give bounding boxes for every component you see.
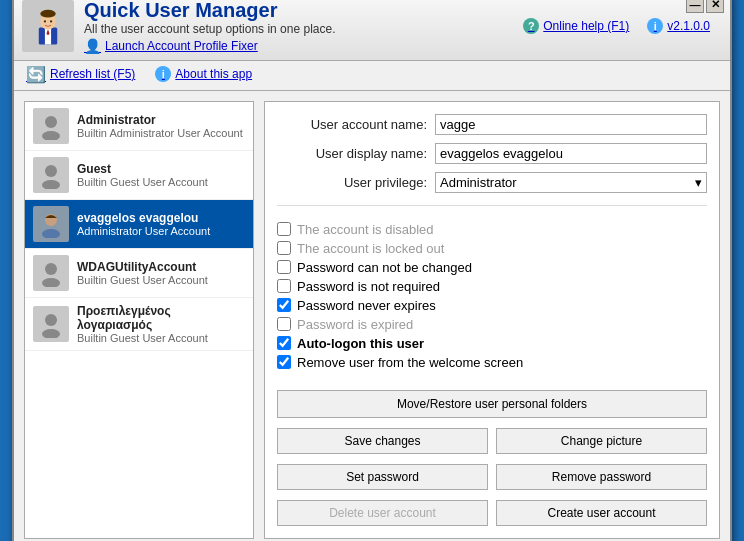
avatar-wdag xyxy=(33,255,69,291)
title-bar: Quick User Manager All the user account … xyxy=(14,0,730,61)
user-item-administrator[interactable]: Administrator Builtin Administrator User… xyxy=(25,102,253,151)
checkbox-remove-welcome-label: Remove user from the welcome screen xyxy=(297,355,523,370)
svg-point-4 xyxy=(40,10,55,18)
help-icon: ? xyxy=(523,18,539,34)
checkbox-account-locked-input[interactable] xyxy=(277,241,291,255)
svg-point-10 xyxy=(42,180,60,189)
app-subtitle: All the user account setup options in on… xyxy=(84,22,511,36)
checkbox-account-disabled: The account is disabled xyxy=(277,220,707,239)
checkbox-account-disabled-label: The account is disabled xyxy=(297,222,434,237)
svg-point-13 xyxy=(45,263,57,275)
window-controls: — ✕ xyxy=(686,0,724,13)
toolbar: 🔄 Refresh list (F5) i About this app xyxy=(14,61,730,91)
app-title: Quick User Manager xyxy=(84,0,511,22)
user-list: Administrator Builtin Administrator User… xyxy=(24,101,254,539)
checkbox-remove-welcome: Remove user from the welcome screen xyxy=(277,353,707,372)
svg-point-15 xyxy=(45,314,57,326)
svg-point-9 xyxy=(45,165,57,177)
checkbox-password-no-change: Password can not be changed xyxy=(277,258,707,277)
checkbox-account-disabled-input[interactable] xyxy=(277,222,291,236)
avatar-guest xyxy=(33,157,69,193)
checkbox-password-not-required-label: Password is not required xyxy=(297,279,440,294)
checkbox-password-no-change-label: Password can not be changed xyxy=(297,260,472,275)
account-name-row: User account name: xyxy=(277,114,707,135)
svg-point-8 xyxy=(42,131,60,140)
display-name-input[interactable] xyxy=(435,143,707,164)
display-name-label: User display name: xyxy=(277,146,427,161)
checkbox-auto-logon-label: Auto-logon this user xyxy=(297,336,424,351)
online-help-link[interactable]: ? Online help (F1) xyxy=(523,18,629,34)
user-item-default[interactable]: Προεπιλεγμένος λογαριασμός Builtin Guest… xyxy=(25,298,253,351)
checkbox-password-not-required-input[interactable] xyxy=(277,279,291,293)
main-window: Quick User Manager All the user account … xyxy=(12,0,732,541)
about-icon: i xyxy=(155,66,171,82)
checkbox-password-expired: Password is expired xyxy=(277,315,707,334)
privilege-value: Administrator xyxy=(440,175,517,190)
user-item-wdag[interactable]: WDAGUtilityAccount Builtin Guest User Ac… xyxy=(25,249,253,298)
account-name-label: User account name: xyxy=(277,117,427,132)
create-account-button[interactable]: Create user account xyxy=(496,500,707,526)
user-info-administrator: Administrator Builtin Administrator User… xyxy=(77,113,245,139)
svg-point-6 xyxy=(50,20,52,22)
right-panel: User account name: User display name: Us… xyxy=(264,101,720,539)
chevron-down-icon: ▾ xyxy=(695,175,702,190)
launch-icon: 👤 xyxy=(84,38,101,54)
change-picture-button[interactable]: Change picture xyxy=(496,428,707,454)
checkbox-auto-logon: Auto-logon this user xyxy=(277,334,707,353)
svg-point-16 xyxy=(42,329,60,338)
account-name-input[interactable] xyxy=(435,114,707,135)
move-restore-button[interactable]: Move/Restore user personal folders xyxy=(277,390,707,418)
checkbox-password-no-change-input[interactable] xyxy=(277,260,291,274)
checkbox-password-never-expires: Password never expires xyxy=(277,296,707,315)
svg-point-5 xyxy=(44,20,46,22)
checkbox-auto-logon-input[interactable] xyxy=(277,336,291,350)
checkbox-password-not-required: Password is not required xyxy=(277,277,707,296)
checkbox-account-locked: The account is locked out xyxy=(277,239,707,258)
user-item-evaggelos[interactable]: evaggelos evaggelou Administrator User A… xyxy=(25,200,253,249)
checkbox-password-expired-input[interactable] xyxy=(277,317,291,331)
display-name-row: User display name: xyxy=(277,143,707,164)
checkbox-password-expired-label: Password is expired xyxy=(297,317,413,332)
remove-password-button[interactable]: Remove password xyxy=(496,464,707,490)
close-button[interactable]: ✕ xyxy=(706,0,724,13)
app-logo xyxy=(22,0,74,52)
minimize-button[interactable]: — xyxy=(686,0,704,13)
title-links: ? Online help (F1) i v2.1.0.0 xyxy=(511,18,722,34)
save-changes-button[interactable]: Save changes xyxy=(277,428,488,454)
svg-point-7 xyxy=(45,116,57,128)
avatar-administrator xyxy=(33,108,69,144)
user-info-default: Προεπιλεγμένος λογαριασμός Builtin Guest… xyxy=(77,304,245,344)
btn-row-2: Set password Remove password xyxy=(277,464,707,490)
launch-link[interactable]: 👤 Launch Account Profile Fixer xyxy=(84,38,511,54)
privilege-label: User privilege: xyxy=(277,175,427,190)
version-link[interactable]: i v2.1.0.0 xyxy=(647,18,710,34)
checkbox-password-never-expires-label: Password never expires xyxy=(297,298,436,313)
btn-row-1: Save changes Change picture xyxy=(277,428,707,454)
svg-point-12 xyxy=(42,229,60,238)
checkbox-account-locked-label: The account is locked out xyxy=(297,241,444,256)
main-content: Administrator Builtin Administrator User… xyxy=(14,91,730,542)
info-icon: i xyxy=(647,18,663,34)
checkbox-remove-welcome-input[interactable] xyxy=(277,355,291,369)
checkboxes-section: The account is disabled The account is l… xyxy=(277,220,707,372)
refresh-link[interactable]: 🔄 Refresh list (F5) xyxy=(26,65,135,84)
about-link[interactable]: i About this app xyxy=(155,66,252,82)
avatar-default xyxy=(33,306,69,342)
user-item-guest[interactable]: Guest Builtin Guest User Account xyxy=(25,151,253,200)
set-password-button[interactable]: Set password xyxy=(277,464,488,490)
btn-row-3: Delete user account Create user account xyxy=(277,500,707,526)
svg-point-14 xyxy=(42,278,60,287)
user-info-guest: Guest Builtin Guest User Account xyxy=(77,162,245,188)
avatar-evaggelos xyxy=(33,206,69,242)
user-info-evaggelos: evaggelos evaggelou Administrator User A… xyxy=(77,211,245,237)
refresh-icon: 🔄 xyxy=(26,65,46,84)
delete-account-button[interactable]: Delete user account xyxy=(277,500,488,526)
user-info-wdag: WDAGUtilityAccount Builtin Guest User Ac… xyxy=(77,260,245,286)
privilege-row: User privilege: Administrator ▾ xyxy=(277,172,707,193)
title-text: Quick User Manager All the user account … xyxy=(84,0,511,54)
checkbox-password-never-expires-input[interactable] xyxy=(277,298,291,312)
privilege-select[interactable]: Administrator ▾ xyxy=(435,172,707,193)
